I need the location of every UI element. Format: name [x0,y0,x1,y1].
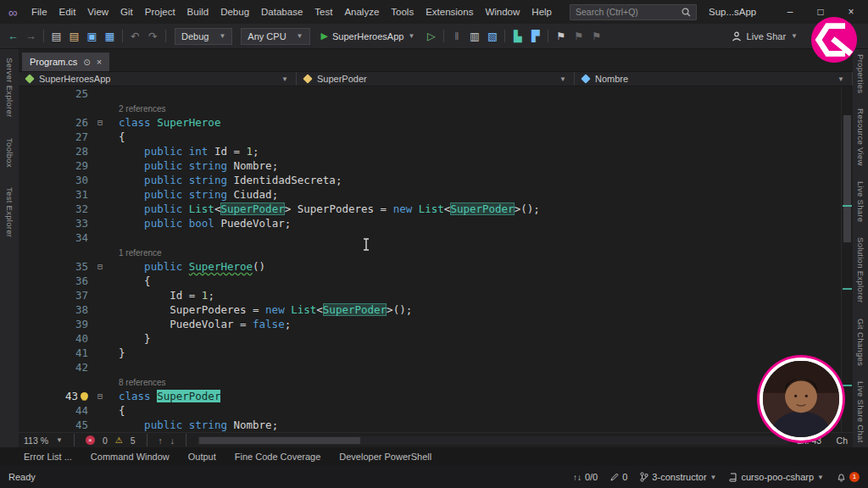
side-tab-live-share-chat[interactable]: Live Share Chat [856,381,865,443]
code-line-text[interactable]: { [107,403,125,418]
line-number-margin[interactable]: 35 [19,259,93,274]
properties-window-icon[interactable]: ▧ [483,27,501,46]
error-count-icon[interactable]: × [86,435,95,445]
code-line-text[interactable]: SuperPoderes = new List<SuperPoder>(); [107,302,412,317]
code-line-text[interactable]: { [107,274,151,288]
side-tab-solution-explorer[interactable]: Solution Explorer [856,237,865,302]
codelens-references-link[interactable]: 2 references [119,104,166,114]
code-line-text[interactable]: public string Nombre; [107,158,278,173]
menu-item-tools[interactable]: Tools [385,0,420,24]
code-line-text[interactable]: 8 references [107,374,166,389]
scrollbar-thumb[interactable] [843,115,851,242]
solution-explorer-icon[interactable]: ▥ [465,27,483,46]
menu-item-view[interactable]: View [81,0,114,24]
code-line-text[interactable] [107,230,119,245]
code-line-text[interactable]: public string Nombre; [107,418,278,432]
code-line-text[interactable]: public List<SuperPoder> SuperPoderes = n… [107,202,540,216]
minimize-button[interactable]: – [775,0,805,24]
zoom-level-dropdown[interactable]: 113 % [24,435,48,446]
fold-marker[interactable]: ⊟ [93,259,107,274]
redo-icon[interactable]: ↷ [144,27,162,46]
code-line-text[interactable]: class SuperHeroe [107,115,220,130]
line-number-margin[interactable]: 30 [19,173,93,187]
search-input[interactable]: Search (Ctrl+Q) [570,4,697,20]
code-line-text[interactable]: } [107,331,151,346]
line-number-margin[interactable] [19,374,93,389]
code-line-text[interactable]: public int Id = 1; [107,144,259,158]
line-number-margin[interactable] [19,101,93,115]
code-line-text[interactable]: { [107,130,125,144]
line-number-margin[interactable]: 26 [19,115,93,130]
side-tab-toolbox[interactable]: Toolbox [5,138,14,168]
line-number-margin[interactable]: 27 [19,130,93,144]
bookmark-icon[interactable]: ⚑ [552,27,570,46]
performance-icon[interactable]: ▛ [526,27,544,46]
next-issue-icon[interactable]: ↓ [170,435,175,446]
pin-icon[interactable]: ⊙ [83,58,90,67]
line-number-margin[interactable]: 42 [19,360,93,374]
warning-count[interactable]: 5 [131,435,136,446]
code-line-text[interactable]: public string Ciudad; [107,187,278,202]
menu-item-help[interactable]: Help [526,0,558,24]
current-repo-button[interactable]: curso-poo-csharp ▼ [729,472,824,482]
nav-back-icon[interactable]: ← [4,27,22,46]
undo-icon[interactable]: ↶ [126,27,144,46]
line-number-margin[interactable]: 38 [19,302,93,317]
scrollbar-thumb[interactable] [199,437,360,444]
side-tab-git-changes[interactable]: Git Changes [856,319,865,366]
line-number-margin[interactable]: 41 [19,346,93,360]
break-all-icon[interactable]: ‖ [448,27,465,46]
line-number-margin[interactable]: 43 [19,389,93,403]
line-number-margin[interactable]: 34 [19,230,93,245]
code-line-text[interactable]: public string IdentidadSecreta; [107,173,342,187]
previous-bookmark-icon[interactable]: ⚑ [570,27,587,46]
next-bookmark-icon[interactable]: ⚑ [587,27,605,46]
side-tab-test-explorer[interactable]: Test Explorer [5,187,14,237]
new-file-icon[interactable]: ▤ [47,27,65,46]
line-number-margin[interactable]: 29 [19,158,93,173]
panel-tab-output[interactable]: Output [188,452,216,462]
code-editor[interactable]: 252 references26⊟class SuperHeroe27{28 p… [19,86,853,432]
vertical-scrollbar[interactable] [841,86,853,432]
panel-tab-fine-code-coverage[interactable]: Fine Code Coverage [235,452,321,462]
menu-item-build[interactable]: Build [181,0,215,24]
menu-item-git[interactable]: Git [114,0,139,24]
code-line-text[interactable]: public bool PuedeVolar; [107,216,291,230]
quick-actions-bulb-icon[interactable] [81,392,88,400]
breadcrumb-nombre[interactable]: Nombre▼ [575,72,853,86]
line-number-margin[interactable]: 33 [19,216,93,230]
codelens-references-link[interactable]: 8 references [119,378,166,387]
pending-changes-button[interactable]: 0 [610,472,627,482]
line-number-margin[interactable]: 44 [19,403,93,418]
line-number-margin[interactable] [19,245,93,259]
open-file-icon[interactable]: ▤ [65,27,83,46]
start-debugging-button[interactable]: ▶ SuperHeroesApp ▼ [315,30,421,42]
panel-tab-developer-powershell[interactable]: Developer PowerShell [339,452,431,462]
code-line-text[interactable]: PuedeVolar = false; [107,317,291,331]
menu-item-debug[interactable]: Debug [214,0,255,24]
side-tab-live-share[interactable]: Live Share [856,181,865,222]
side-tab-resource-view[interactable]: Resource View [856,108,865,166]
code-line-text[interactable] [107,360,119,374]
close-tab-icon[interactable]: × [97,57,102,67]
line-number-margin[interactable]: 45 [19,418,93,432]
breadcrumb-superheroesapp[interactable]: SuperHeroesApp▼ [19,72,297,86]
save-all-icon[interactable]: ▦ [101,27,119,46]
code-line-text[interactable]: class SuperPoder [107,389,220,403]
code-line-text[interactable]: Id = 1; [107,288,214,302]
side-tab-server-explorer[interactable]: Server Explorer [5,58,14,118]
live-share-button[interactable]: Live Shar ▼ [732,31,798,42]
menu-item-edit[interactable]: Edit [53,0,82,24]
line-number-margin[interactable]: 37 [19,288,93,302]
solution-platform-dropdown[interactable]: Any CPU▼ [241,28,309,45]
error-count[interactable]: 0 [103,435,108,446]
sync-commits-button[interactable]: ↑↓ 0/0 [573,472,598,482]
prev-issue-icon[interactable]: ↑ [159,435,163,446]
breadcrumb-superpoder[interactable]: SuperPoder▼ [297,72,575,86]
nav-forward-icon[interactable]: → [22,27,40,46]
start-without-debugging-icon[interactable]: ▷ [422,27,440,46]
line-number-margin[interactable]: 25 [19,86,93,101]
panel-tab-command-window[interactable]: Command Window [91,452,170,462]
menu-item-database[interactable]: Database [255,0,309,24]
current-branch-button[interactable]: 3-constructor ▼ [640,472,716,482]
